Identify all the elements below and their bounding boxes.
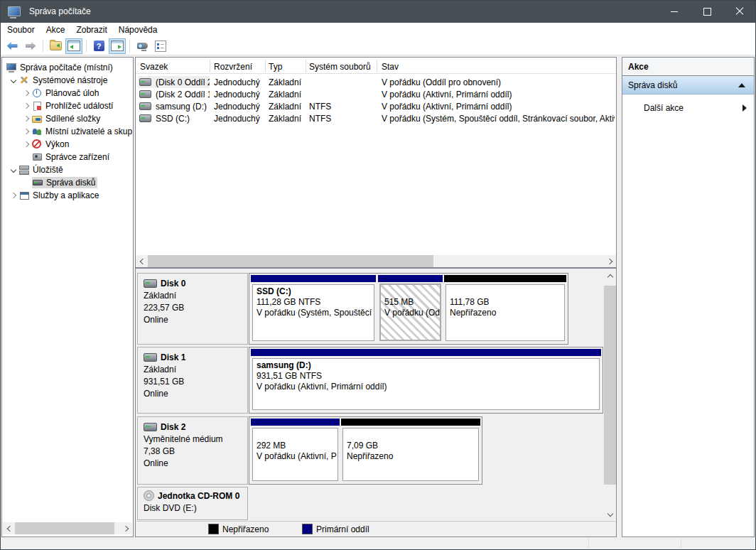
more-actions-label: Další akce bbox=[644, 103, 684, 113]
column-stav[interactable]: Stav bbox=[382, 60, 399, 73]
maximize-button[interactable] bbox=[691, 0, 723, 23]
legend-swatch-primary bbox=[302, 524, 313, 534]
actions-header: Akce bbox=[622, 58, 754, 76]
expand-toggle[interactable] bbox=[21, 104, 32, 108]
partition-unallocated[interactable]: 111,78 GB Nepřiřazeno bbox=[444, 275, 566, 343]
primary-partition-band bbox=[251, 349, 601, 356]
partition-title bbox=[347, 430, 475, 441]
disk2-label[interactable]: Disk 2 Vyměnitelné médium 7,38 GB Online bbox=[137, 416, 248, 485]
partition-samsung-d[interactable]: samsung (D:) 931,51 GB NTFS V pořádku (A… bbox=[251, 349, 601, 411]
cdrom-label[interactable]: Jednotka CD-ROM 0 Disk DVD (E:) bbox=[137, 487, 248, 520]
show-action-pane-button[interactable] bbox=[109, 38, 126, 54]
volume-row[interactable]: samsung (D:) bbox=[139, 100, 210, 112]
storage-icon bbox=[19, 165, 29, 175]
expand-toggle[interactable] bbox=[8, 78, 19, 82]
scroll-left-button[interactable] bbox=[3, 522, 15, 534]
list-horizontal-scrollbar[interactable] bbox=[136, 255, 616, 267]
expand-toggle[interactable] bbox=[21, 142, 32, 146]
partition-status: V pořádku (Aktivní, P bbox=[256, 451, 334, 462]
column-system-souboru[interactable]: Systém souborů bbox=[309, 60, 371, 73]
column-typ[interactable]: Typ bbox=[269, 60, 282, 73]
actions-group-disk-management[interactable]: Správa disků bbox=[622, 76, 754, 95]
tree-item-storage[interactable]: Úložiště bbox=[2, 163, 132, 176]
minimize-button[interactable] bbox=[658, 0, 691, 23]
scroll-up-button[interactable] bbox=[604, 270, 616, 282]
selected-tree-item: Správa disků bbox=[32, 177, 97, 188]
tree-item-task-scheduler[interactable]: Plánovač úloh bbox=[2, 87, 132, 99]
expand-toggle[interactable] bbox=[21, 129, 32, 134]
show-console-tree-button[interactable] bbox=[65, 38, 82, 54]
scrollbar-thumb[interactable] bbox=[148, 255, 433, 267]
volume-layout: Jednoduchý bbox=[214, 76, 265, 88]
expand-toggle[interactable] bbox=[8, 193, 19, 198]
more-actions-item[interactable]: Další akce bbox=[622, 99, 754, 117]
help-button[interactable] bbox=[90, 38, 107, 54]
partition-size: 515 MB bbox=[384, 297, 436, 308]
partition-title: samsung (D:) bbox=[256, 360, 595, 371]
expand-toggle[interactable] bbox=[21, 117, 32, 121]
menu-soubor[interactable]: Soubor bbox=[1, 23, 40, 37]
partition-removable[interactable]: 292 MB V pořádku (Aktivní, P bbox=[251, 419, 340, 482]
partition-unallocated[interactable]: 7,09 GB Nepřiřazeno bbox=[341, 419, 480, 482]
volume-row[interactable]: (Disk 2 Oddíl 1) bbox=[139, 88, 210, 100]
device-manager-icon bbox=[32, 152, 42, 162]
volume-fs bbox=[309, 88, 374, 100]
forward-button[interactable] bbox=[22, 38, 39, 54]
tools-icon bbox=[19, 75, 29, 85]
disk1-label[interactable]: Disk 1 Základní 931,51 GB Online bbox=[137, 347, 248, 414]
menu-napoveda[interactable]: Nápověda bbox=[113, 23, 163, 37]
tree-item-label: Systémové nástroje bbox=[33, 75, 107, 85]
scroll-down-button[interactable] bbox=[604, 508, 616, 520]
actions-group-label: Správa disků bbox=[628, 80, 677, 90]
volume-status: V pořádku (Aktivní, Primární oddíl) bbox=[382, 88, 615, 100]
primary-partition-band bbox=[378, 275, 443, 282]
shared-folders-icon bbox=[32, 114, 42, 124]
forward-icon bbox=[26, 42, 36, 50]
tree-item-shared-folders[interactable]: Sdílené složky bbox=[2, 112, 132, 125]
volume-row[interactable]: SSD (C:) bbox=[139, 112, 210, 124]
collapse-icon[interactable] bbox=[738, 83, 745, 87]
tree-item-event-viewer[interactable]: Prohlížeč událostí bbox=[2, 99, 132, 112]
unallocated-band bbox=[444, 275, 566, 282]
tree-item-performance[interactable]: Výkon bbox=[2, 138, 132, 151]
volume-status: V pořádku (Oddíl pro obnovení) bbox=[382, 76, 615, 88]
scroll-right-button[interactable] bbox=[604, 255, 616, 267]
export-list-button[interactable] bbox=[152, 38, 169, 54]
scroll-left-button[interactable] bbox=[136, 255, 148, 267]
up-folder-button[interactable] bbox=[47, 38, 64, 54]
partition-recovery[interactable]: 515 MB V pořádku (Od bbox=[378, 275, 443, 343]
tree-item-device-manager[interactable]: Správce zařízení bbox=[2, 151, 132, 163]
expand-toggle[interactable] bbox=[8, 168, 19, 172]
tree-item-services-apps[interactable]: Služby a aplikace bbox=[2, 189, 132, 202]
disk-status: Online bbox=[144, 313, 247, 325]
console-window-button[interactable] bbox=[134, 38, 151, 54]
tree-item-system-tools[interactable]: Systémové nástroje bbox=[2, 74, 132, 87]
partition-status: V pořádku (Systém, Spouštěcí bbox=[256, 308, 370, 318]
volume-status: V pořádku (Systém, Spouštěcí oddíl, Strá… bbox=[382, 112, 615, 124]
partition-ssd-c[interactable]: SSD (C:) 111,28 GB NTFS V pořádku (Systé… bbox=[251, 275, 376, 343]
tree-item-computer-management[interactable]: Správa počítače (místní) bbox=[2, 61, 132, 74]
tree-item-label: Správce zařízení bbox=[45, 152, 109, 162]
column-svazek[interactable]: Svazek bbox=[140, 60, 168, 73]
close-button[interactable] bbox=[723, 0, 756, 23]
disk0-label[interactable]: Disk 0 Základní 223,57 GB Online bbox=[137, 273, 248, 345]
partition-size: 931,51 GB NTFS bbox=[256, 371, 595, 382]
column-rozvrzeni[interactable]: Rozvržení bbox=[214, 60, 252, 73]
expand-toggle[interactable] bbox=[21, 91, 32, 95]
tree-horizontal-scrollbar[interactable] bbox=[3, 522, 132, 534]
back-button[interactable] bbox=[4, 38, 21, 54]
back-icon bbox=[7, 42, 18, 50]
tree-item-local-users[interactable]: Místní uživatelé a skupiny bbox=[2, 125, 132, 138]
tree-item-label: Sdílené složky bbox=[45, 114, 100, 124]
selected-partition-hatch: 515 MB V pořádku (Od bbox=[379, 284, 441, 341]
disk-size: 223,57 GB bbox=[144, 301, 247, 313]
menu-akce[interactable]: Akce bbox=[40, 23, 71, 37]
scrollbar-thumb[interactable] bbox=[604, 286, 616, 485]
unallocated-band bbox=[341, 419, 480, 426]
menu-zobrazit[interactable]: Zobrazit bbox=[70, 23, 112, 37]
scrollbar-thumb[interactable] bbox=[15, 522, 114, 534]
graph-vertical-scrollbar[interactable] bbox=[604, 270, 616, 520]
scroll-right-button[interactable] bbox=[120, 522, 132, 534]
tree-item-disk-management[interactable]: Správa disků bbox=[2, 176, 132, 189]
volume-row[interactable]: (Disk 0 Oddíl 2) bbox=[139, 76, 210, 88]
